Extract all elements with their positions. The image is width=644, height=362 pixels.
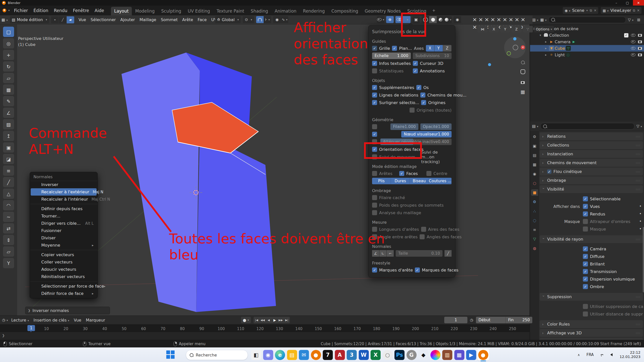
taskbar-search[interactable]: Recherche xyxy=(186,350,248,360)
tab-texture-paint[interactable]: Texture Paint xyxy=(213,7,248,15)
mirror-y-button[interactable]: Y xyxy=(500,26,510,32)
outliner-row-camera[interactable]: ▸▶Camera▶ xyxy=(530,38,644,45)
stopwatch-icon[interactable]: ◷ xyxy=(470,318,473,322)
pin-icon[interactable]: ⌖ xyxy=(586,9,588,13)
menu-item-r-initialiser-vecteurs[interactable]: Réinitialiser vecteurs xyxy=(31,273,97,280)
scale-tool[interactable]: ▱ xyxy=(3,73,14,83)
zoom-icon[interactable] xyxy=(519,60,527,65)
menu-item-d-finir-depuis-faces[interactable]: Définir depuis faces xyxy=(31,205,97,212)
channel-expand-icon[interactable]: ❯ xyxy=(2,334,5,337)
rendered-shading-icon[interactable] xyxy=(444,16,452,23)
transport-play-button[interactable]: ▶ xyxy=(272,317,278,323)
expander-icon[interactable]: ▸ xyxy=(544,47,548,50)
material-tab[interactable]: ◍ xyxy=(531,245,538,252)
copy-icon[interactable]: ⧉ xyxy=(633,9,635,13)
placeholder-icon[interactable]: × xyxy=(502,16,508,23)
checkbox-attrapeur-d-ombres[interactable]: Attrapeur d'ombres xyxy=(583,219,630,224)
checkbox-marques-d-ar-te[interactable]: ✓Marques d'arête xyxy=(372,267,413,273)
inkscape-icon[interactable]: ◆ xyxy=(418,350,428,360)
checkbox-value[interactable] xyxy=(372,124,388,129)
segment-y[interactable]: Y xyxy=(434,45,443,52)
section-visibilit-de-rayon[interactable]: ›Visibilité de rayon:::: xyxy=(540,235,643,243)
checkbox-rendus[interactable]: ✓Rendus xyxy=(583,211,605,216)
current-frame-field[interactable]: 1 xyxy=(444,317,467,323)
outliner-row-light[interactable]: ▸☼Light◌ xyxy=(530,52,644,58)
slider-filaire[interactable]: Filaire1.000 xyxy=(390,123,418,130)
menu-fenêtre[interactable]: Fenêtre xyxy=(70,7,92,14)
timeline-menu-marqueur[interactable]: Marqueur xyxy=(84,317,107,323)
orientation-dropdown[interactable]: ⟰ Global xyxy=(215,16,241,23)
timeline-menu-lecture[interactable]: Lecture xyxy=(9,317,31,323)
section-collections[interactable]: ›Collections:::: xyxy=(540,141,643,149)
minimize-button[interactable]: – xyxy=(611,0,622,6)
gizmo-y-axis[interactable] xyxy=(507,51,511,56)
face-select-icon[interactable]: ▰ xyxy=(67,16,74,23)
frame-start-field[interactable]: Début1 xyxy=(476,317,510,323)
operator-panel[interactable]: ❯ Inverser normales xyxy=(25,307,110,314)
gizmo-x-axis[interactable]: ✕ xyxy=(521,45,525,50)
checkbox-ombre[interactable]: ✓Ombre xyxy=(583,284,604,289)
bevel-tool[interactable]: ◪ xyxy=(3,154,14,164)
disable-render-icon[interactable] xyxy=(638,34,642,37)
viewport-menu-sommet[interactable]: Sommet xyxy=(158,16,180,23)
hide-eye-icon[interactable] xyxy=(631,34,635,37)
animate-property-dot[interactable]: • xyxy=(639,219,643,224)
checkbox-diffuse[interactable]: ✓Diffuse xyxy=(583,254,605,259)
checkbox-utiliser-distance-de-suppre-[interactable]: Utiliser distance de suppre... xyxy=(583,311,643,316)
section-visibilit-[interactable]: ›Visibilité:::: xyxy=(540,185,643,193)
slider--chelle[interactable]: Échelle1.000 xyxy=(372,53,411,59)
checkbox-filaire-cach-[interactable]: Filaire caché xyxy=(372,195,452,200)
snap-path-icon[interactable]: ∵ xyxy=(523,26,533,32)
button-plis[interactable]: Plis xyxy=(372,178,391,184)
tab-animation[interactable]: Animation xyxy=(271,7,300,15)
slider-taille[interactable]: Taille0.10 xyxy=(396,250,442,257)
loop-cut-tool[interactable]: ≡ xyxy=(3,165,14,176)
film-app-icon[interactable]: ▦ xyxy=(454,350,464,360)
media-book-icon[interactable]: ▥ xyxy=(442,350,452,360)
menu-item-inverser[interactable]: Inverser xyxy=(31,181,97,188)
disable-render-icon[interactable] xyxy=(638,47,642,50)
rip-region-tool[interactable]: Y xyxy=(3,258,14,268)
placeholder-icon[interactable]: × xyxy=(472,16,478,23)
3dsmax-icon[interactable]: 3 xyxy=(347,350,357,360)
unlink-icon[interactable]: ✕ xyxy=(637,9,640,12)
checkbox-analyse-du-maillage[interactable]: Analyse du maillage xyxy=(372,210,452,215)
checkbox-faces[interactable]: ✓Faces xyxy=(399,171,424,176)
menu-item-diriger-vers-cible-[interactable]: Diriger vers cible...Alt L xyxy=(31,220,97,227)
maximize-button[interactable]: ▢ xyxy=(622,0,633,6)
menu-item-moyenne[interactable]: Moyenne▸ xyxy=(31,242,97,249)
physics-tab[interactable]: ◌ xyxy=(531,217,538,224)
viewport-menu-vue[interactable]: Vue xyxy=(76,16,88,23)
world-tab[interactable]: ○ xyxy=(531,180,538,187)
expander-icon[interactable]: ▾ xyxy=(538,33,543,37)
checkbox-vues[interactable]: ✓Vues xyxy=(583,204,600,209)
object-tab[interactable]: ■ xyxy=(531,189,538,196)
checkbox-origines[interactable]: ✓Origines xyxy=(421,100,452,105)
viewport-menu-ajouter[interactable]: Ajouter xyxy=(118,16,137,23)
ortho-grid-icon[interactable]: ▦ xyxy=(519,89,527,95)
menu-item-recalculer-l-ext-rieur[interactable]: Recalculer à l'extérieurMaj N xyxy=(31,188,97,196)
file-explorer-icon[interactable]: ▤ xyxy=(287,350,297,360)
tab-geometry-nodes[interactable]: Geometry Nodes xyxy=(361,7,404,15)
section-affichage-vue-3d[interactable]: ›Affichage vue 3D:::: xyxy=(540,329,643,337)
render-tab[interactable]: ▣ xyxy=(531,143,538,149)
view-layer-tab[interactable]: ▦ xyxy=(531,161,538,168)
section-flou-cin-tique[interactable]: ›✓Flou cinétique:::: xyxy=(540,168,643,175)
hidden-icons-chevron[interactable]: ∧ xyxy=(578,353,580,357)
menu-édition[interactable]: Édition xyxy=(31,7,51,14)
unlink-icon[interactable]: ✕ xyxy=(594,9,597,12)
viewport-menu-maillage[interactable]: Maillage xyxy=(137,16,158,23)
checkbox-infos-textuelles[interactable]: ✓Infos textuelles xyxy=(372,61,411,66)
properties-editor-icon[interactable]: ▤ xyxy=(532,124,538,128)
options-dropdown[interactable]: Options xyxy=(534,26,554,32)
viewlayer-selector[interactable]: ▦ ViewLayer ⧉ ✕ xyxy=(601,7,641,14)
checkbox-dispersion-volumique[interactable]: ✓Dispersion volumique xyxy=(583,277,635,282)
blender-app-icon[interactable]: ● xyxy=(311,350,321,360)
tab-rendering[interactable]: Rendering xyxy=(300,7,328,15)
menu-aide[interactable]: Aide xyxy=(92,7,107,14)
knife-tool[interactable]: ╱ xyxy=(3,177,14,187)
menu-item-diviser[interactable]: Diviser xyxy=(31,234,97,242)
placeholder-icon[interactable]: × xyxy=(496,16,502,23)
mesh-face-left[interactable] xyxy=(122,53,200,312)
hide-eye-icon[interactable] xyxy=(631,40,635,43)
